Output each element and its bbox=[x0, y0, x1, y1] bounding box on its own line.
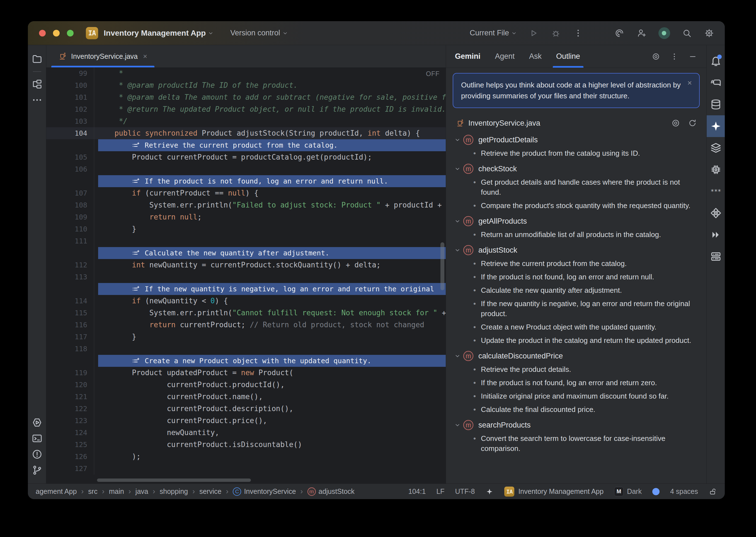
panel-options-icon[interactable] bbox=[670, 52, 679, 61]
line-number: 110 bbox=[46, 223, 94, 235]
code-text: * @param delta The amount to add or subt… bbox=[94, 91, 446, 103]
breadcrumb-item[interactable]: service bbox=[199, 487, 221, 495]
code-text: } bbox=[94, 331, 136, 343]
code-line: 121 currentProduct.name(), bbox=[46, 391, 446, 403]
close-tab-icon[interactable]: × bbox=[143, 52, 147, 61]
status-blue-dot-icon[interactable] bbox=[652, 488, 659, 495]
layers-icon[interactable] bbox=[707, 137, 725, 159]
git-branch-icon[interactable] bbox=[31, 464, 43, 476]
banner-close-icon[interactable]: × bbox=[688, 79, 692, 87]
code-editor[interactable]: 99 *100 * @param productId The ID of the… bbox=[46, 67, 446, 483]
file-encoding[interactable]: UTF-8 bbox=[455, 487, 475, 495]
right-tool-strip: [***] bbox=[706, 45, 725, 483]
ai-inline-summary[interactable]: If the product is not found, log an erro… bbox=[98, 175, 446, 187]
regex-icon[interactable]: [***] bbox=[707, 181, 725, 202]
breadcrumb-item[interactable]: agement App bbox=[36, 487, 77, 495]
vertical-scrollbar[interactable] bbox=[440, 242, 444, 290]
summary-text: Initialize original price and maximum di… bbox=[481, 391, 668, 401]
eye-icon[interactable] bbox=[651, 52, 661, 61]
pipeline-diamonds-icon[interactable] bbox=[707, 202, 725, 224]
zoom-window-button[interactable] bbox=[67, 30, 73, 36]
chevron-down-icon[interactable] bbox=[453, 137, 462, 143]
outline-method-row[interactable]: msearchProducts bbox=[453, 420, 700, 430]
debug-button[interactable] bbox=[550, 27, 561, 39]
tab-gemini[interactable]: Gemini bbox=[455, 45, 481, 68]
theme-widget[interactable]: M Dark bbox=[614, 487, 642, 496]
chevron-down-icon[interactable] bbox=[453, 422, 462, 428]
settings-gear-icon[interactable] bbox=[704, 27, 715, 39]
line-number: 120 bbox=[46, 379, 94, 391]
breadcrumb-item[interactable]: main bbox=[109, 487, 124, 495]
chevron-down-icon bbox=[283, 30, 288, 36]
run-button[interactable] bbox=[528, 27, 539, 39]
notifications-bell-icon[interactable] bbox=[707, 50, 725, 72]
ai-inline-summary[interactable]: Retrieve the current product from the ca… bbox=[98, 139, 446, 151]
editor-column: InventoryService.java × 99 *100 * @param… bbox=[46, 45, 446, 483]
outline-summary-item: •Calculate the new quantity after adjust… bbox=[453, 285, 700, 295]
sparkle-icon[interactable] bbox=[485, 487, 494, 496]
breadcrumb-item[interactable]: shopping bbox=[160, 487, 188, 495]
outline-file-row[interactable]: InventoryService.java bbox=[456, 119, 697, 128]
terminal-icon[interactable] bbox=[31, 432, 43, 445]
search-everywhere-icon[interactable] bbox=[681, 27, 692, 39]
ai-assistant-icon[interactable] bbox=[614, 27, 625, 39]
status-project-widget[interactable]: IA Inventory Management App bbox=[504, 487, 603, 497]
chevron-down-icon[interactable] bbox=[453, 218, 462, 224]
more-tools-icon[interactable] bbox=[31, 94, 43, 106]
code-text: * bbox=[94, 67, 123, 79]
structure-icon[interactable] bbox=[31, 78, 43, 91]
tab-label: InventoryService.java bbox=[71, 52, 138, 61]
tab-inventoryservice[interactable]: InventoryService.java × bbox=[51, 45, 155, 67]
fast-forward-icon[interactable] bbox=[707, 224, 725, 246]
status-project-name: Inventory Management App bbox=[518, 487, 603, 495]
code-text: newQuantity, bbox=[94, 427, 219, 439]
caret-position[interactable]: 104:1 bbox=[408, 487, 426, 495]
problems-icon[interactable] bbox=[31, 448, 43, 461]
breadcrumb-item[interactable]: CInventoryService bbox=[233, 487, 296, 496]
line-separator[interactable]: LF bbox=[436, 487, 444, 495]
breadcrumb-item[interactable]: java bbox=[135, 487, 148, 495]
horizontal-scrollbar[interactable] bbox=[97, 478, 251, 482]
ai-inline-summary[interactable]: Calculate the new quantity after adjustm… bbox=[98, 247, 446, 259]
gemini-sparkle-icon[interactable] bbox=[707, 115, 725, 137]
vcs-menu[interactable]: Version control bbox=[230, 29, 288, 37]
minimize-window-button[interactable] bbox=[53, 30, 60, 36]
notification-dot bbox=[717, 55, 722, 59]
outline-method-row[interactable]: mcheckStock bbox=[453, 164, 700, 174]
method-name: searchProducts bbox=[478, 421, 531, 430]
close-window-button[interactable] bbox=[39, 30, 46, 36]
chevron-down-icon[interactable] bbox=[453, 353, 462, 359]
chevron-down-icon[interactable] bbox=[453, 166, 462, 172]
outline-method-row[interactable]: mgetAllProducts bbox=[453, 216, 700, 226]
breadcrumb-item[interactable]: src bbox=[88, 487, 97, 495]
panel-tabs: GeminiAgentAskOutline bbox=[455, 45, 580, 68]
code-line: 119 Product updatedProduct = new Product… bbox=[46, 367, 446, 379]
outline-method-row[interactable]: madjustStock bbox=[453, 245, 700, 255]
tab-ask[interactable]: Ask bbox=[529, 45, 542, 68]
unlocked-padlock-icon[interactable] bbox=[709, 487, 717, 496]
refresh-icon[interactable] bbox=[688, 119, 697, 128]
outline-method-row[interactable]: mgetProductDetails bbox=[453, 135, 700, 145]
indent-widget[interactable]: 4 spaces bbox=[670, 487, 698, 495]
breadcrumb-item[interactable]: madjustStock bbox=[307, 487, 355, 496]
database-icon[interactable] bbox=[707, 94, 725, 115]
chevron-down-icon[interactable] bbox=[453, 247, 462, 253]
services-icon[interactable] bbox=[707, 246, 725, 268]
device-chip-icon[interactable] bbox=[707, 159, 725, 181]
run-configuration-select[interactable]: Current File bbox=[470, 29, 517, 37]
ai-inline-summary[interactable]: If the new quantity is negative, log an … bbox=[98, 283, 446, 295]
run-icon[interactable] bbox=[31, 416, 43, 429]
tab-agent[interactable]: Agent bbox=[495, 45, 515, 68]
code-with-me-icon[interactable] bbox=[636, 27, 647, 39]
outline-method-row[interactable]: mcalculateDiscountedPrice bbox=[453, 351, 700, 361]
eye-icon[interactable] bbox=[671, 119, 680, 128]
more-actions-button[interactable] bbox=[573, 27, 584, 39]
outline-body: Outline helps you think about code at a … bbox=[446, 68, 706, 483]
hide-panel-icon[interactable] bbox=[688, 52, 697, 61]
ai-chat-icon[interactable] bbox=[707, 72, 725, 94]
avatar[interactable] bbox=[658, 27, 670, 39]
project-folder-icon[interactable] bbox=[31, 53, 43, 65]
tab-outline[interactable]: Outline bbox=[556, 45, 580, 68]
project-menu[interactable]: Inventory Management App bbox=[104, 29, 213, 38]
ai-inline-summary[interactable]: Create a new Product object with the upd… bbox=[98, 355, 446, 367]
